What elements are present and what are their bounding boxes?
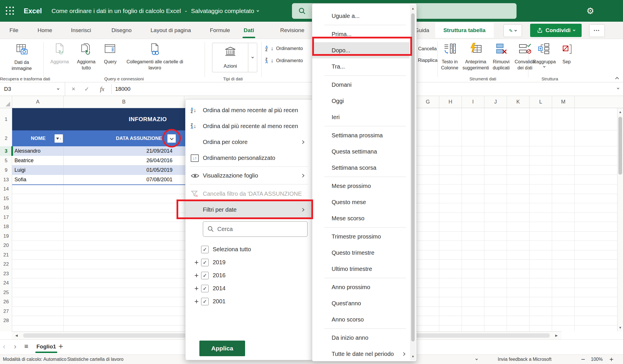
filter-search-input[interactable] xyxy=(217,226,298,232)
sheet-view-item[interactable]: Visualizzazione foglio xyxy=(185,168,312,184)
row-header-16[interactable]: 16 xyxy=(0,203,12,213)
tab-home[interactable]: Home xyxy=(36,22,54,39)
zoom-out-icon[interactable]: − xyxy=(581,355,585,364)
riapplica-button[interactable]: Riapplica xyxy=(418,58,437,63)
submenu-item-settimana-scorsa[interactable]: Settimana scorsa xyxy=(312,160,409,176)
column-header-I[interactable]: I xyxy=(462,96,484,108)
column-header-G[interactable]: G xyxy=(417,96,439,108)
row-header-5[interactable]: 5 xyxy=(0,156,12,165)
cell-data-assunzione[interactable]: 21/09/2014 xyxy=(64,146,185,156)
ribbon-more-button[interactable]: ••• xyxy=(589,24,605,37)
custom-sort-item[interactable]: ↓↑ Ordinamento personalizzato xyxy=(185,150,312,166)
editing-mode-button[interactable]: ✎ xyxy=(503,24,522,37)
formula-input[interactable]: 18000 xyxy=(115,82,131,96)
apply-button[interactable]: Applica xyxy=(199,341,245,356)
row-header-17[interactable]: 17 xyxy=(0,213,12,222)
query-button[interactable]: Query xyxy=(100,40,120,65)
table-row[interactable]: Beatrice26/04/2016 xyxy=(12,156,185,165)
sort-oldest-first-item[interactable]: AZ↓ Ordina dal meno recente al più recen xyxy=(185,102,312,118)
data-assunzione-filter-button[interactable] xyxy=(167,134,176,143)
next-sheet-icon[interactable]: › xyxy=(14,340,16,353)
row-header-27[interactable]: 27 xyxy=(0,307,12,316)
collapse-ribbon-icon[interactable] xyxy=(615,77,619,81)
sort-by-color-item[interactable]: Ordina per colore xyxy=(185,134,312,150)
vertical-scroll-thumb[interactable] xyxy=(618,117,622,175)
cancella-button[interactable]: Cancella xyxy=(418,46,437,51)
cancel-entry-icon[interactable]: × xyxy=(67,82,80,96)
collegamenti-button[interactable]: Collegamenti alle cartelle di lavoro xyxy=(120,40,189,71)
checkbox-checked[interactable]: ✓ xyxy=(201,246,209,253)
previous-sheet-icon[interactable]: ‹ xyxy=(3,340,5,353)
insert-function-icon[interactable]: fx xyxy=(95,82,109,96)
year-checkbox-2019[interactable]: +✓2019 xyxy=(185,256,313,269)
year-checkbox-2014[interactable]: +✓2014 xyxy=(185,282,313,295)
all-sheets-menu-icon[interactable]: ≡ xyxy=(24,340,28,353)
tab-file[interactable]: File xyxy=(8,22,20,39)
row-header-partial[interactable] xyxy=(0,326,12,332)
submenu-item-mese-scorso[interactable]: Mese scorso xyxy=(312,210,409,226)
submenu-scrollbar[interactable]: ▲ ▼ xyxy=(410,5,416,360)
column-header-K[interactable]: K xyxy=(507,96,530,108)
app-launcher-waffle-icon[interactable] xyxy=(6,7,14,15)
column-header-data-assunzione[interactable]: DATA ASSUNZIONE xyxy=(69,130,162,146)
column-header-L[interactable]: L xyxy=(530,96,552,108)
scroll-up-icon[interactable]: ▲ xyxy=(410,5,416,12)
table-title-row[interactable]: INFORMAZIO xyxy=(12,108,185,130)
column-header-J[interactable]: J xyxy=(484,96,507,108)
year-checkbox-2001[interactable]: +✓2001 xyxy=(185,295,313,308)
row-header-15[interactable]: 15 xyxy=(0,194,12,204)
cell-data-assunzione[interactable]: 01/05/2019 xyxy=(64,165,185,175)
scroll-down-icon[interactable]: ▼ xyxy=(618,324,623,331)
row-header-3[interactable]: 3 xyxy=(0,146,12,156)
sort-ascending-button[interactable]: AZ↓ Ordinamento xyxy=(265,45,303,52)
expand-icon[interactable]: + xyxy=(193,284,200,293)
row-header-14[interactable]: 14 xyxy=(0,184,12,194)
scroll-left-icon[interactable]: ◀ xyxy=(13,332,20,338)
azioni-button[interactable]: Azioni xyxy=(212,43,257,72)
sheet-tab-foglio1[interactable]: Foglio1 xyxy=(34,340,58,353)
submenu-item-da-inizio-anno[interactable]: Da inizio anno xyxy=(312,330,409,346)
table-row[interactable]: Luigi01/05/2019 xyxy=(12,165,185,175)
submenu-item-domani[interactable]: Domani xyxy=(312,77,409,93)
workbook-statistics[interactable]: Statistiche cartella di lavoro xyxy=(67,355,124,364)
clear-filter-item[interactable]: Cancella filtro da 'DATA ASSUNZIONE xyxy=(185,186,312,202)
checkbox-checked[interactable]: ✓ xyxy=(201,298,209,305)
row-header-2[interactable]: 2 xyxy=(0,130,12,146)
expand-icon[interactable]: + xyxy=(193,271,200,280)
submenu-scroll-thumb[interactable] xyxy=(411,13,415,341)
row-header-22[interactable]: 22 xyxy=(0,260,12,269)
select-all-corner[interactable] xyxy=(0,96,12,108)
cell-data-assunzione[interactable]: 07/08/2001 xyxy=(64,175,185,184)
row-header-1[interactable]: 1 xyxy=(0,108,12,130)
submenu-item-anno-scorso[interactable]: Anno scorso xyxy=(312,311,409,328)
row-header-23[interactable]: 23 xyxy=(0,269,12,279)
submenu-item-questo-mese[interactable]: Questo mese xyxy=(312,194,409,210)
tab-inserisci[interactable]: Inserisci xyxy=(70,22,92,39)
submenu-item-trimestre-prossimo[interactable]: Trimestre prossimo xyxy=(312,228,409,245)
submenu-item-oggi[interactable]: Oggi xyxy=(312,93,409,109)
submenu-item-ultimo-trimestre[interactable]: Ultimo trimestre xyxy=(312,261,409,277)
expand-icon[interactable]: + xyxy=(193,297,200,306)
expand-formula-bar-icon[interactable] xyxy=(617,87,619,89)
row-header-20[interactable]: 20 xyxy=(0,241,12,250)
submenu-item-prima[interactable]: Prima... xyxy=(312,26,409,42)
expand-icon[interactable]: + xyxy=(193,258,200,267)
cell-data-assunzione[interactable]: 26/04/2016 xyxy=(64,156,185,165)
feedback-link[interactable]: Invia feedback a Microsoft xyxy=(498,355,552,364)
submenu-item-questa-settimana[interactable]: Questa settimana xyxy=(312,143,409,160)
tab-formule[interactable]: Formule xyxy=(209,22,231,39)
column-header-nome[interactable]: NOME xyxy=(18,130,58,146)
checkbox-checked[interactable]: ✓ xyxy=(201,272,209,279)
row-header-25[interactable]: 25 xyxy=(0,288,12,298)
tab-revisione[interactable]: Revisione xyxy=(279,22,305,39)
table-row[interactable]: Alessandro21/09/2014 xyxy=(12,146,185,156)
submenu-item-anno-prossimo[interactable]: Anno prossimo xyxy=(312,279,409,295)
aggiorna-tutto-button[interactable]: ↻ Aggiorna tutto xyxy=(72,40,100,71)
testo-in-colonne-button[interactable]: Testo in Colonne xyxy=(438,40,461,71)
row-header-24[interactable]: 24 xyxy=(0,278,12,288)
dati-da-immagine-button[interactable]: Dati da immagine xyxy=(4,40,39,71)
cell-nome[interactable]: Luigi xyxy=(12,165,64,175)
vertical-scrollbar[interactable]: ▲ ▼ xyxy=(617,108,623,331)
save-status-dropdown[interactable]: Salvataggio completato xyxy=(191,8,259,14)
submenu-item-dopo[interactable]: Dopo... xyxy=(312,42,409,58)
